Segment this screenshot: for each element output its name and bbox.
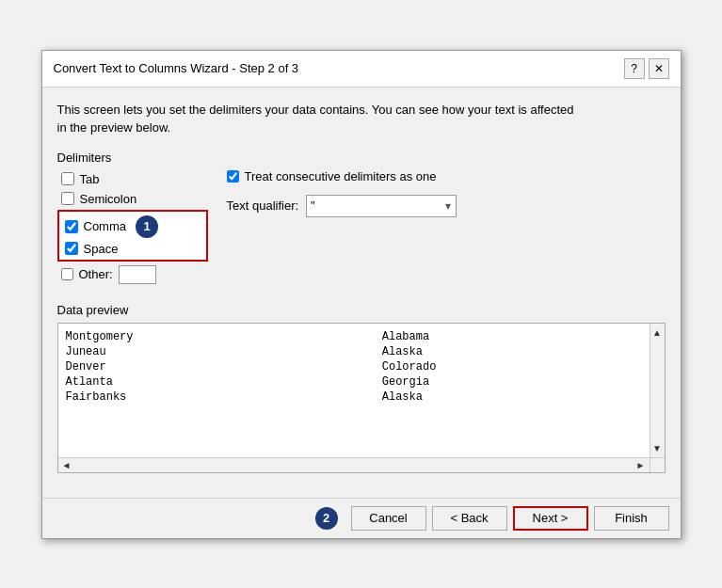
preview-cell: Fairbanks: [66, 389, 382, 405]
badge-one: 1: [136, 215, 158, 238]
table-row: DenverColorado: [66, 359, 642, 374]
other-checkbox[interactable]: [61, 268, 73, 280]
options-section: Treat consecutive delimiters as one Text…: [227, 151, 666, 286]
tab-checkbox[interactable]: [61, 172, 74, 185]
tab-label: Tab: [80, 172, 100, 186]
qualifier-select[interactable]: " ' {none}: [306, 195, 457, 217]
comma-checkbox[interactable]: [65, 220, 78, 233]
scroll-up-arrow[interactable]: ▲: [650, 326, 664, 340]
preview-cell: Montgomery: [66, 329, 382, 344]
scroll-left-arrow[interactable]: ◄: [60, 458, 73, 472]
dialog-title: Convert Text to Columns Wizard - Step 2 …: [54, 61, 299, 75]
consecutive-checkbox[interactable]: [227, 170, 239, 183]
consecutive-row: Treat consecutive delimiters as one: [227, 169, 666, 183]
delimiters-section: Delimiters Tab Semicolon Comma 1: [57, 151, 208, 286]
description-line2: in the preview below.: [57, 120, 171, 135]
other-text-input[interactable]: [119, 265, 156, 284]
space-label: Space: [84, 242, 119, 256]
data-preview-section: Data preview MontgomeryAlabamaJuneauAlas…: [57, 303, 666, 485]
semicolon-row: Semicolon: [57, 190, 208, 208]
table-row: JuneauAlaska: [66, 344, 642, 359]
preview-box: MontgomeryAlabamaJuneauAlaskaDenverColor…: [57, 323, 666, 473]
table-row: FairbanksAlaska: [66, 389, 642, 405]
space-row: Space: [61, 240, 204, 258]
scroll-corner: [650, 457, 665, 472]
highlighted-delimiters: Comma 1 Space: [57, 210, 208, 262]
qualifier-row: Text qualifier: " ' {none}: [227, 195, 666, 217]
title-buttons: ? ✕: [624, 58, 669, 79]
convert-wizard-dialog: Convert Text to Columns Wizard - Step 2 …: [41, 50, 682, 539]
preview-table: MontgomeryAlabamaJuneauAlaskaDenverColor…: [66, 329, 642, 405]
semicolon-label: Semicolon: [80, 192, 137, 206]
preview-cell: Atlanta: [66, 374, 382, 389]
other-label: Other:: [79, 267, 113, 281]
description-text: This screen lets you set the delimiters …: [57, 101, 666, 137]
comma-row: Comma 1: [61, 214, 204, 240]
comma-label: Comma: [84, 219, 127, 233]
help-button[interactable]: ?: [624, 58, 645, 79]
qualifier-select-wrapper: " ' {none}: [306, 195, 457, 217]
preview-cell: Alabama: [382, 329, 642, 344]
table-row: MontgomeryAlabama: [66, 329, 642, 344]
preview-cell: Colorado: [382, 359, 642, 374]
preview-cell: Georgia: [382, 374, 642, 389]
dialog-footer: 2 Cancel < Back Next > Finish: [42, 498, 681, 538]
data-preview-label: Data preview: [57, 303, 666, 317]
back-button[interactable]: < Back: [432, 506, 507, 531]
title-bar: Convert Text to Columns Wizard - Step 2 …: [42, 51, 681, 87]
vertical-scrollbar[interactable]: ▲ ▼: [650, 324, 665, 457]
tab-row: Tab: [57, 170, 208, 188]
consecutive-label: Treat consecutive delimiters as one: [245, 169, 437, 183]
badge-two: 2: [315, 507, 338, 530]
preview-content: MontgomeryAlabamaJuneauAlaskaDenverColor…: [58, 324, 650, 457]
semicolon-checkbox[interactable]: [61, 192, 74, 205]
delimiters-label: Delimiters: [57, 151, 208, 165]
table-row: AtlantaGeorgia: [66, 374, 642, 389]
preview-cell: Alaska: [382, 389, 642, 405]
other-row: Other:: [57, 263, 208, 286]
preview-cell: Denver: [66, 359, 382, 374]
finish-button[interactable]: Finish: [594, 506, 669, 531]
preview-cell: Juneau: [66, 344, 382, 359]
horizontal-scrollbar[interactable]: ◄ ►: [58, 457, 650, 472]
cancel-button[interactable]: Cancel: [351, 506, 426, 531]
main-content: Delimiters Tab Semicolon Comma 1: [57, 151, 666, 286]
close-button[interactable]: ✕: [649, 58, 669, 79]
preview-cell: Alaska: [382, 344, 642, 359]
dialog-body: This screen lets you set the delimiters …: [42, 87, 681, 498]
space-checkbox[interactable]: [65, 242, 78, 255]
scroll-right-arrow[interactable]: ►: [634, 458, 648, 472]
qualifier-label: Text qualifier:: [227, 199, 299, 213]
description-line1: This screen lets you set the delimiters …: [57, 103, 574, 117]
scroll-down-arrow[interactable]: ▼: [650, 441, 664, 455]
next-button[interactable]: Next >: [513, 506, 588, 531]
